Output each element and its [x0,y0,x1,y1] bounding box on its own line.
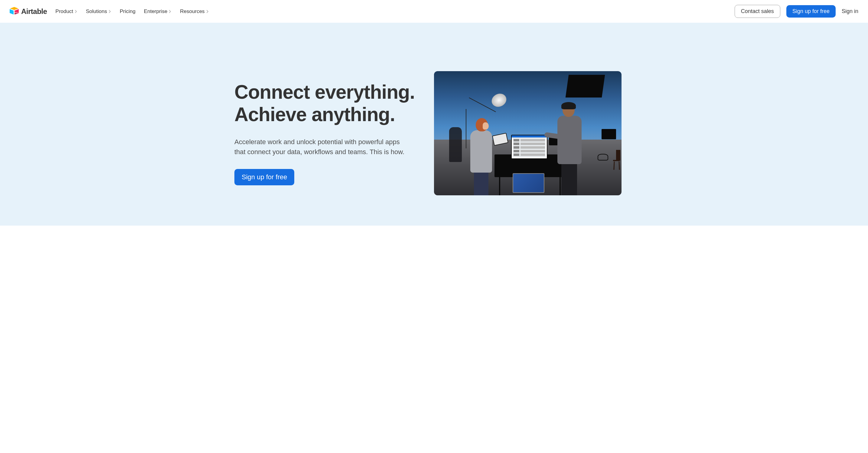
hero-subtitle: Accelerate work and unlock potential wit… [235,137,410,157]
chevron-right-icon [206,10,209,13]
nav-resources[interactable]: Resources [180,8,209,15]
chevron-right-icon [108,10,111,13]
svg-marker-1 [10,9,13,15]
hero-image [434,71,621,195]
chevron-right-icon [168,10,172,13]
nav-solutions[interactable]: Solutions [86,8,111,15]
svg-marker-2 [14,9,19,13]
nav-pricing[interactable]: Pricing [120,8,135,15]
site-header: Airtable Product Solutions Pricing Enter… [0,0,868,23]
nav-enterprise[interactable]: Enterprise [144,8,172,15]
signup-button-header[interactable]: Sign up for free [786,5,836,18]
main-nav: Product Solutions Pricing Enterprise Res… [55,8,209,15]
nav-label: Solutions [86,8,107,15]
chevron-right-icon [74,10,78,13]
hero-container: Connect everything. Achieve anything. Ac… [222,71,646,195]
nav-label: Product [55,8,73,15]
hero-section: Connect everything. Achieve anything. Ac… [0,23,868,226]
sign-in-link[interactable]: Sign in [842,8,858,15]
hero-title: Connect everything. Achieve anything. [235,81,416,126]
signup-button-hero[interactable]: Sign up for free [235,169,294,185]
hero-text: Connect everything. Achieve anything. Ac… [235,81,416,185]
nav-label: Pricing [120,8,135,15]
svg-marker-0 [10,7,19,10]
header-actions: Contact sales Sign up for free Sign in [735,5,858,18]
brand-name: Airtable [21,7,47,16]
nav-label: Resources [180,8,205,15]
brand-logo[interactable]: Airtable [10,7,47,16]
contact-sales-button[interactable]: Contact sales [735,5,780,18]
airtable-logo-icon [10,7,19,16]
nav-label: Enterprise [144,8,167,15]
nav-product[interactable]: Product [55,8,78,15]
